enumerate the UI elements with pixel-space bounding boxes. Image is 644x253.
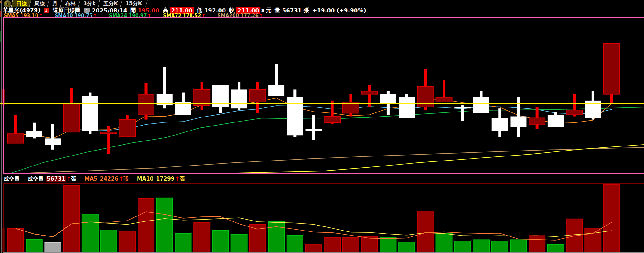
volume-bar-8 xyxy=(138,199,154,252)
volume-bar-15 xyxy=(268,221,284,252)
change-value: +19.00 (+9.90%) xyxy=(312,7,366,14)
tabs: 日線周線月布林3分k五分K15分K xyxy=(12,0,145,7)
vol-ma10-unit: 張 xyxy=(180,175,185,182)
vol-ma5-label: MA5 xyxy=(84,176,97,182)
volume-bar-12 xyxy=(212,231,229,252)
price-chart[interactable] xyxy=(0,18,644,174)
candle-1 xyxy=(7,115,24,143)
volume-lots-unit: 張 xyxy=(71,175,76,182)
candle-29 xyxy=(529,107,545,129)
volume-bar-26 xyxy=(473,240,489,252)
candle-9 xyxy=(157,67,173,109)
volume-bar-23 xyxy=(417,211,433,252)
candle-26 xyxy=(473,91,489,113)
volume-bar-25 xyxy=(454,241,471,252)
volume-bar-29 xyxy=(529,236,545,252)
chevron-down-icon: ▼ xyxy=(6,2,9,5)
vol-ma5-value: 24226 xyxy=(100,176,118,182)
tick-flag: s xyxy=(261,7,264,13)
vol-ma10-label: MA10 xyxy=(137,176,154,182)
volume-bar-16 xyxy=(287,236,303,252)
volume-bar-31 xyxy=(566,219,583,252)
candle-14 xyxy=(249,82,266,113)
vol-ma10-arrow-icon: ↑ xyxy=(175,176,180,182)
period-tab-bar: ▼ 日線周線月布林3分k五分K15分K xyxy=(3,0,644,7)
candle-33 xyxy=(603,44,620,104)
volume-bar-11 xyxy=(194,223,210,252)
gutter-tick-orange xyxy=(0,1,1,3)
candle-16 xyxy=(287,89,303,137)
candle-7 xyxy=(119,115,135,137)
volume-bar-3 xyxy=(45,242,61,252)
reference-price-line xyxy=(0,103,644,104)
tab-6[interactable]: 五分K xyxy=(98,0,123,7)
gutter-tick-red xyxy=(0,11,1,17)
candle-4 xyxy=(63,88,80,132)
volume-bar-18 xyxy=(324,237,340,252)
candle-31 xyxy=(566,94,583,117)
candle-11 xyxy=(194,82,210,110)
candle-24 xyxy=(436,80,452,102)
volume-bar-10 xyxy=(175,234,191,252)
volume-bar-32 xyxy=(585,228,601,252)
vol-ma5-arrow-icon: ↑ xyxy=(119,176,123,182)
volume-bar-21 xyxy=(380,237,396,252)
stock-chart-window: ▼ 日線周線月布林3分k五分K15分K 華星光(4979) 1 還原日線圖 ˅ … xyxy=(0,0,644,253)
candle-25 xyxy=(454,105,471,121)
volume-bar-2 xyxy=(26,240,42,252)
volume-bar-1 xyxy=(7,228,24,252)
tab-5[interactable]: 3分k xyxy=(78,0,101,7)
candle-12 xyxy=(212,85,229,113)
candle-15 xyxy=(268,64,284,96)
chart-menu-button[interactable]: ▼ xyxy=(4,0,11,7)
volume-lots-label: 成交量 xyxy=(28,175,44,182)
volume-value: 56731 xyxy=(282,7,302,14)
volume-bar-9 xyxy=(157,198,173,252)
volume-bar-19 xyxy=(343,237,359,252)
volume-header: 成交量 成交量 56731 ↑ 張 MA5 24226 ↑ 張 MA10 172… xyxy=(4,174,643,183)
quote-info-bar: 華星光(4979) 1 還原日線圖 ˅ 2025/08/14 開 195.00 … xyxy=(3,7,644,14)
alert-badge[interactable]: 1 xyxy=(44,8,49,13)
candle-30 xyxy=(548,112,564,127)
volume-bar-20 xyxy=(361,236,378,252)
volume-bar-33 xyxy=(603,185,620,252)
candle-32 xyxy=(585,91,601,120)
volume-bar-5 xyxy=(82,214,98,252)
volume-bar-30 xyxy=(548,245,564,252)
date-dropdown-icon[interactable]: ˅ xyxy=(84,8,90,13)
candle-19 xyxy=(343,94,359,117)
volume-up-arrow-icon: ↑ xyxy=(66,176,71,182)
volume-chart[interactable] xyxy=(0,184,644,252)
vol-ma5-unit: 張 xyxy=(123,175,129,182)
vol-ma10-value: 17299 xyxy=(156,176,174,182)
candle-21 xyxy=(380,91,396,115)
volume-bar-13 xyxy=(231,235,247,252)
volume-bar-27 xyxy=(492,241,508,252)
volume-lots-value: 56731 xyxy=(46,176,66,182)
volume-bar-22 xyxy=(399,242,415,252)
candle-5 xyxy=(82,93,98,134)
tab-4[interactable]: 布林 xyxy=(60,0,81,7)
candle-2 xyxy=(26,123,42,139)
candle-8 xyxy=(138,83,154,119)
volume-bar-6 xyxy=(101,230,117,252)
pane-separator-bottom xyxy=(3,173,644,174)
volume-bar-4 xyxy=(63,186,80,252)
candle-3 xyxy=(45,124,61,150)
volume-bar-17 xyxy=(306,245,322,252)
candle-22 xyxy=(399,94,415,118)
tab-1[interactable]: 日線 xyxy=(11,0,32,7)
candle-13 xyxy=(231,82,247,110)
candle-27 xyxy=(492,108,508,137)
volume-bar-28 xyxy=(510,240,526,252)
volume-bar-24 xyxy=(436,233,452,252)
tab-2[interactable]: 周線 xyxy=(29,0,50,7)
tab-7[interactable]: 15分K xyxy=(120,0,148,7)
volume-pane-title: 成交量 xyxy=(4,175,20,182)
volume-bar-7 xyxy=(119,231,135,252)
